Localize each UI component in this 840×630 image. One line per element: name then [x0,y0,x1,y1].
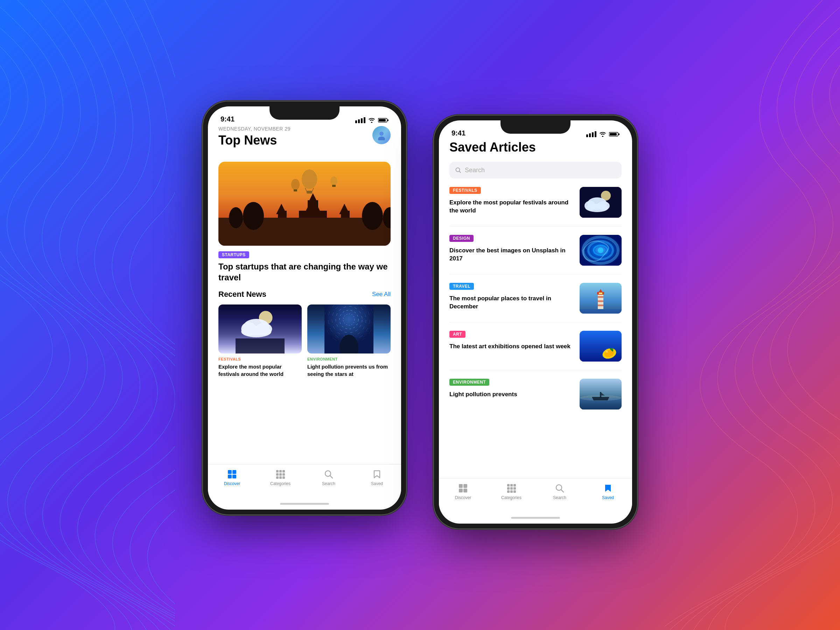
svg-rect-66 [579,212,622,218]
phone-2: 9:41 [434,115,637,529]
saved-badge-art: ART [449,331,466,338]
tab-bar-1: Discover [208,464,401,498]
svg-rect-12 [341,211,350,218]
signal-bar-3 [361,118,363,123]
tab-discover-1[interactable]: Discover [218,469,246,486]
signal-1 [355,117,365,123]
svg-rect-44 [276,470,279,472]
saved-item-design[interactable]: DESIGN Discover the best images on Unspl… [449,235,622,266]
signal-bar-8 [595,131,597,137]
svg-rect-88 [600,392,601,398]
saved-item-text-art: ART The latest art exhibitions opened la… [449,331,574,351]
svg-rect-42 [228,475,232,478]
news-card-environment[interactable]: ENVIRONMENT Light pollution prevents us … [307,305,391,377]
title-area: WEDNESDAY, NOVEMBER 29 Top News [218,126,291,155]
tab-saved-1[interactable]: Saved [363,469,391,486]
hero-article-info: STARTUPS Top startups that are changing … [218,251,391,290]
svg-line-54 [330,476,333,478]
tab-saved-2[interactable]: Saved [594,483,622,500]
tab-label-search-1: Search [322,481,335,486]
saved-badge-design: DESIGN [449,235,474,242]
notch-1 [270,106,339,120]
saved-image-environment [579,379,622,409]
signal-bar-6 [589,133,591,137]
news-card-festivals[interactable]: FESTIVALS Explore the most popular festi… [218,305,302,377]
wifi-icon-2 [599,132,606,137]
saved-item-art[interactable]: ART The latest art exhibitions opened la… [449,331,622,362]
svg-rect-99 [507,490,510,493]
svg-line-59 [459,172,461,173]
news-card-image-environment [307,305,391,354]
saved-item-text-festivals: FESTIVALS Explore the most popular festi… [449,187,574,215]
svg-rect-41 [232,470,236,474]
saved-image-travel [579,283,622,314]
card-category-2: ENVIRONMENT [307,357,391,361]
discover-icon-2 [458,483,469,494]
status-time-1: 9:41 [221,115,235,123]
svg-point-84 [606,351,608,353]
svg-rect-93 [507,484,510,486]
art-svg [579,331,622,362]
divider-3 [449,322,622,322]
recent-news-title: Recent News [218,290,266,299]
status-icons-1 [355,117,388,123]
svg-point-4 [378,136,385,141]
saved-item-text-travel: TRAVEL The most popular places to travel… [449,283,574,311]
svg-rect-96 [507,487,510,489]
news-cards: FESTIVALS Explore the most popular festi… [218,305,391,377]
divider-4 [449,370,622,370]
search-placeholder: Search [465,167,485,174]
phones-container: 9:41 [0,0,840,630]
svg-rect-24 [332,185,336,187]
svg-rect-90 [463,484,467,488]
home-indicator-2 [439,512,632,524]
svg-point-29 [241,326,271,337]
svg-line-18 [305,188,306,191]
tab-categories-1[interactable]: Categories [266,469,294,486]
search-icon-tab-2 [554,483,565,494]
svg-rect-79 [598,305,603,306]
categories-icon-1 [275,469,286,480]
svg-rect-92 [463,489,467,493]
tab-search-1[interactable]: Search [315,469,343,486]
tab-categories-2[interactable]: Categories [497,483,525,500]
page-title-1: Top News [218,133,291,148]
svg-line-19 [312,188,314,191]
search-bar[interactable]: Search [449,162,622,178]
saved-item-travel[interactable]: TRAVEL The most popular places to travel… [449,283,622,314]
saved-title-art: The latest art exhibitions opened last w… [449,343,574,351]
svg-rect-98 [513,487,516,489]
festivals-svg [579,187,622,218]
svg-rect-50 [276,476,279,479]
phone-2-content: Saved Articles Search FESTIVALS [439,140,632,478]
svg-rect-43 [232,475,236,478]
svg-rect-76 [599,293,602,294]
environment-svg [579,379,622,409]
news-card-image-festivals [218,305,302,354]
avatar[interactable] [373,126,391,144]
saved-item-environment[interactable]: ENVIRONMENT Light pollution prevents [449,379,622,409]
saved-image-festivals [579,187,622,218]
hero-category-badge: STARTUPS [218,251,249,258]
tab-label-saved-2: Saved [602,495,614,500]
saved-item-festivals[interactable]: FESTIVALS Explore the most popular festi… [449,187,622,218]
saved-title-travel: The most popular places to travel in Dec… [449,295,574,311]
svg-rect-100 [510,490,513,493]
signal-bar-2 [358,119,360,123]
tab-label-discover-2: Discover [455,495,471,500]
saved-image-design [579,235,622,266]
home-bar-1 [280,503,329,505]
tab-search-2[interactable]: Search [546,483,574,500]
phone-1-content: WEDNESDAY, NOVEMBER 29 Top News [208,126,401,464]
svg-point-3 [379,132,384,136]
svg-line-103 [561,489,564,492]
see-all-button[interactable]: See All [372,291,391,298]
tab-discover-2[interactable]: Discover [449,483,477,500]
svg-rect-48 [279,473,282,476]
categories-icon-2 [506,483,517,494]
saved-icon-tab-2 [602,483,614,494]
status-icons-2 [586,131,619,137]
card-title-2: Light pollution prevents us from seeing … [307,363,391,377]
svg-point-13 [243,202,264,230]
divider-1 [449,226,622,226]
